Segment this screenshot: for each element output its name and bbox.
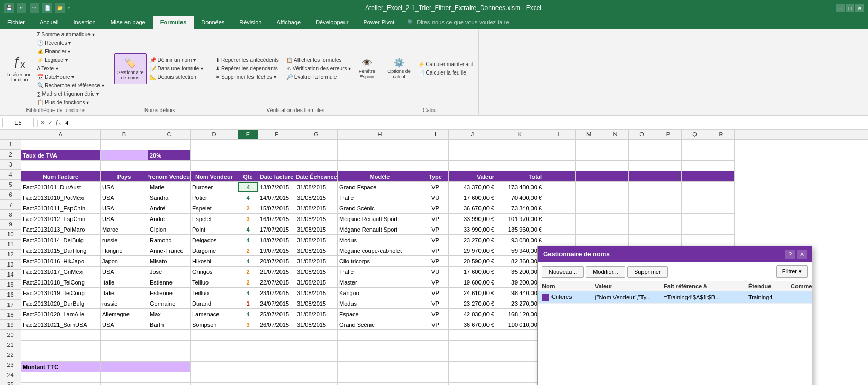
cell-I19[interactable] xyxy=(422,330,449,341)
cell-O8[interactable] xyxy=(629,214,655,224)
cell-J9[interactable]: 33 990,00 € xyxy=(449,224,496,235)
col-header-b[interactable]: B xyxy=(101,130,148,139)
cell-I11[interactable]: VP xyxy=(422,245,449,256)
cell-D3[interactable] xyxy=(191,161,238,171)
texte-btn[interactable]: A Texte ▾ xyxy=(35,65,106,72)
cell-J23[interactable] xyxy=(449,372,496,383)
cell-F15[interactable]: 23/07/2015 xyxy=(258,288,295,298)
cell-D21[interactable] xyxy=(191,351,238,362)
cell-A9[interactable]: Fact20131013_PoiMaro xyxy=(21,224,101,235)
confirm-formula-btn[interactable]: ✓ xyxy=(48,119,53,126)
cell-B23[interactable] xyxy=(101,372,148,383)
cell-I8[interactable]: VP xyxy=(422,214,449,224)
cell-D6[interactable]: Potier xyxy=(191,192,238,203)
cell-P6[interactable] xyxy=(655,192,682,203)
cell-G10[interactable]: 31/08/2015 xyxy=(295,235,338,245)
cell-R4[interactable] xyxy=(708,171,735,182)
cell-E19[interactable] xyxy=(238,330,258,341)
cell-A22[interactable]: Montant TTC xyxy=(21,362,101,372)
cell-I5[interactable]: VP xyxy=(422,182,449,192)
row-header-12[interactable]: 12 xyxy=(0,250,21,260)
cell-A4[interactable]: Num Facture xyxy=(21,171,101,182)
cell-E18[interactable]: 3 xyxy=(238,319,258,330)
cell-A24[interactable] xyxy=(21,383,101,385)
cell-H4[interactable]: Modèle xyxy=(338,171,422,182)
row-header-20[interactable]: 20 xyxy=(0,330,21,340)
cell-O3[interactable] xyxy=(629,161,655,171)
cell-O5[interactable] xyxy=(629,182,655,192)
cell-F3[interactable] xyxy=(258,161,295,171)
cell-B15[interactable]: Italie xyxy=(101,288,148,298)
cell-E15[interactable]: 4 xyxy=(238,288,258,298)
col-header-a[interactable]: A xyxy=(21,130,101,139)
cell-D11[interactable]: Dargome xyxy=(191,245,238,256)
cell-N2[interactable] xyxy=(602,150,629,161)
cell-B5[interactable]: USA xyxy=(101,182,148,192)
cell-I20[interactable] xyxy=(422,341,449,351)
cell-F5[interactable]: 13/07/2015 xyxy=(258,182,295,192)
cell-C4[interactable]: Prenom Vendeur xyxy=(148,171,191,182)
cell-M2[interactable] xyxy=(576,150,602,161)
supprimer-fleches-btn[interactable]: ✕ Supprimer les flèches ▾ xyxy=(213,73,281,81)
col-header-h[interactable]: H xyxy=(338,130,422,139)
tab-donnees[interactable]: Données xyxy=(194,16,232,29)
col-header-j[interactable]: J xyxy=(449,130,496,139)
maximize-btn[interactable]: □ xyxy=(846,4,854,12)
row-header-7[interactable]: 7 xyxy=(0,200,21,210)
row-header-18[interactable]: 18 xyxy=(0,310,21,320)
cell-J6[interactable]: 17 600,00 € xyxy=(449,192,496,203)
cell-C8[interactable]: André xyxy=(148,214,191,224)
col-header-g[interactable]: G xyxy=(295,130,338,139)
cell-I6[interactable]: VU xyxy=(422,192,449,203)
cell-I13[interactable]: VU xyxy=(422,267,449,277)
cell-G14[interactable]: 31/08/2015 xyxy=(295,277,338,288)
evaluer-formule-btn[interactable]: 🔎 Évaluer la formule xyxy=(284,73,353,81)
cell-E9[interactable]: 4 xyxy=(238,224,258,235)
cell-A7[interactable]: Fact20131011_EspChin xyxy=(21,203,101,214)
cell-E10[interactable]: 4 xyxy=(238,235,258,245)
col-header-r[interactable]: R xyxy=(708,130,735,139)
cell-B3[interactable] xyxy=(101,161,148,171)
save-icon[interactable]: 💾 xyxy=(4,3,14,13)
cell-A20[interactable] xyxy=(21,341,101,351)
col-header-l[interactable]: L xyxy=(544,130,576,139)
cell-G8[interactable]: 31/08/2015 xyxy=(295,214,338,224)
cell-E22[interactable] xyxy=(238,362,258,372)
cell-B10[interactable]: russie xyxy=(101,235,148,245)
cell-H19[interactable] xyxy=(338,330,422,341)
cell-H21[interactable] xyxy=(338,351,422,362)
cell-R5[interactable] xyxy=(708,182,735,192)
minimize-btn[interactable]: ─ xyxy=(836,4,845,12)
cell-C3[interactable] xyxy=(148,161,191,171)
cell-R1[interactable] xyxy=(708,140,735,150)
cell-A18[interactable]: Fact20131021_SomUSA xyxy=(21,319,101,330)
plus-fonctions-btn[interactable]: 📋 Plus de fonctions ▾ xyxy=(35,98,106,106)
cell-O4[interactable] xyxy=(629,171,655,182)
cell-E5[interactable]: 4 xyxy=(238,182,258,192)
cell-C1[interactable] xyxy=(148,140,191,150)
cell-J17[interactable]: 42 030,00 € xyxy=(449,309,496,319)
cell-C23[interactable] xyxy=(148,372,191,383)
cell-J21[interactable] xyxy=(449,351,496,362)
cell-E14[interactable]: 2 xyxy=(238,277,258,288)
cell-reference-box[interactable]: E5 xyxy=(2,118,34,127)
cell-F6[interactable]: 14/07/2015 xyxy=(258,192,295,203)
recentes-btn[interactable]: 🕐 Récentes ▾ xyxy=(35,39,106,47)
cell-I15[interactable]: VP xyxy=(422,288,449,298)
cell-H11[interactable]: Mégane coupé-cabriolet xyxy=(338,245,422,256)
cell-B6[interactable]: USA xyxy=(101,192,148,203)
cell-M7[interactable] xyxy=(576,203,602,214)
cell-J10[interactable]: 23 270,00 € xyxy=(449,235,496,245)
open-icon[interactable]: 📂 xyxy=(55,3,65,13)
row-header-3[interactable]: 3 xyxy=(0,160,21,170)
cell-H13[interactable]: Trafic xyxy=(338,267,422,277)
calculer-maintenant-btn[interactable]: ⚡ Calculer maintenant xyxy=(416,60,475,68)
cell-H3[interactable] xyxy=(338,161,422,171)
cell-L10[interactable] xyxy=(544,235,576,245)
cell-H8[interactable]: Mégane Renault Sport xyxy=(338,214,422,224)
cell-I23[interactable] xyxy=(422,372,449,383)
cell-N1[interactable] xyxy=(602,140,629,150)
cell-G18[interactable]: 31/08/2015 xyxy=(295,319,338,330)
cell-Q8[interactable] xyxy=(682,214,708,224)
cell-H6[interactable]: Trafic xyxy=(338,192,422,203)
